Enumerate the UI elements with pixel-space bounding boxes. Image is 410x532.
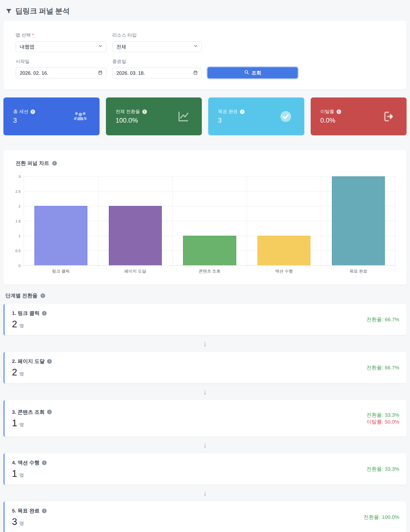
stat-text: 전체 전환율i100.0% (116, 108, 147, 124)
step-count-unit: 명 (19, 422, 24, 428)
step-count: 2 (12, 319, 17, 330)
chart-column (247, 176, 321, 265)
chevron-down-icon (193, 44, 198, 50)
y-axis-tick: 0.5 (15, 249, 20, 253)
y-axis-tick: 2.5 (15, 189, 20, 193)
end-date-input[interactable]: 2026. 03. 18. (112, 68, 202, 78)
step-rates: 전환율: 33.3%이탈률: 50.0% (367, 412, 399, 426)
end-date-field: 종료일 2026. 03. 18. (112, 58, 202, 78)
step-info: 5. 목표 완료i3명 (12, 507, 47, 527)
funnel-bar[interactable] (109, 206, 162, 265)
step-info: 3. 콘텐츠 조회i1명 (12, 409, 52, 428)
funnel-bar[interactable] (332, 176, 385, 265)
search-button[interactable]: 조회 (207, 67, 298, 78)
funnel-bar[interactable] (34, 206, 87, 265)
chart-line-icon (176, 110, 190, 123)
step-name: 4. 액션 수행 (12, 459, 40, 466)
x-axis-label: 페이지 도달 (98, 268, 173, 274)
conversion-rate: 전환율: 66.7% (367, 316, 399, 323)
stat-cards-row: 총 세션i3전체 전환율i100.0%목표 완료i3이탈률i0.0% (3, 97, 407, 135)
steps-section: 단계별 전환율 i 1. 링크 클릭i2명전환율: 66.7%↓2. 페이지 도… (3, 292, 407, 532)
step-rates: 전환율: 66.7% (367, 316, 399, 323)
step-card: 4. 액션 수행i1명전환율: 33.3% (3, 453, 407, 485)
chevron-down-icon (98, 44, 103, 50)
stat-text: 목표 완료i3 (218, 108, 245, 124)
step-count: 1 (12, 418, 17, 428)
funnel-bar[interactable] (257, 236, 310, 265)
search-icon (244, 70, 249, 76)
step-count-unit: 명 (19, 472, 24, 479)
chart-x-axis: 링크 클릭페이지 도달콘텐츠 조회액션 수행목표 완료 (24, 268, 396, 274)
step-name: 3. 콘텐츠 조회 (12, 409, 45, 415)
conversion-rate: 전환율: 66.7% (367, 364, 399, 371)
x-axis-label: 액션 수행 (247, 268, 321, 274)
filter-panel: 앱 선택* 내웹앱 리소스 타입 전체 (3, 21, 407, 90)
stat-value: 100.0% (116, 117, 147, 124)
start-date-input[interactable]: 2026. 02. 16. (16, 68, 106, 78)
funnel-icon (5, 8, 12, 15)
search-button-cell: 조회 (207, 58, 298, 78)
y-axis-tick: 3 (19, 174, 20, 179)
y-axis-tick: 0 (19, 264, 20, 268)
chart-column (321, 176, 396, 265)
conversion-rate: 전환율: 33.3% (367, 466, 399, 472)
start-date-field: 시작일 2026. 02. 16. (16, 58, 106, 78)
down-arrow-icon: ↓ (3, 440, 407, 450)
info-icon[interactable]: i (47, 359, 52, 364)
stat-card: 이탈률i0.0% (311, 97, 407, 135)
y-axis-tick: 1.5 (15, 219, 20, 223)
stat-card: 총 세션i3 (3, 97, 100, 135)
chart-title-row: 전환 퍼널 차트 i (3, 160, 407, 167)
app-select[interactable]: 내웹앱 (16, 41, 106, 52)
step-count-unit: 명 (19, 323, 24, 329)
chart-column (24, 176, 98, 265)
step-count: 3 (12, 517, 17, 527)
step-name: 2. 페이지 도달 (12, 358, 45, 365)
step-count: 2 (12, 367, 17, 378)
chart-plot-area (24, 176, 396, 266)
info-icon[interactable]: i (42, 509, 47, 513)
steps-title-row: 단계별 전환율 i (3, 292, 407, 299)
filter-spacer (207, 32, 298, 52)
info-icon[interactable]: i (142, 109, 147, 114)
step-info: 2. 페이지 도달i2명 (12, 358, 52, 378)
resource-type-select[interactable]: 전체 (112, 41, 202, 52)
step-count-unit: 명 (19, 371, 24, 377)
search-button-label: 조회 (252, 70, 261, 76)
users-icon (73, 110, 88, 123)
step-card: 3. 콘텐츠 조회i1명전환율: 33.3%이탈률: 50.0% (3, 400, 407, 437)
step-count: 1 (12, 468, 17, 479)
start-date-label: 시작일 (16, 58, 106, 65)
funnel-chart-card: 전환 퍼널 차트 i 00.511.522.53 링크 클릭페이지 도달콘텐츠 … (3, 150, 407, 285)
step-name: 5. 목표 완료 (12, 507, 40, 514)
app-select-label: 앱 선택* (16, 32, 106, 38)
deeplink-funnel-page: 딥링크 퍼널 분석 앱 선택* 내웹앱 리소스 타입 전체 (0, 0, 410, 532)
info-icon[interactable]: i (31, 109, 35, 114)
calendar-icon[interactable] (193, 70, 198, 76)
step-name: 1. 링크 클릭 (12, 310, 40, 317)
info-icon[interactable]: i (41, 293, 45, 298)
funnel-bar[interactable] (183, 236, 236, 265)
step-rates: 전환율: 33.3% (367, 466, 399, 472)
x-axis-label: 링크 클릭 (24, 268, 98, 274)
info-icon[interactable]: i (42, 460, 47, 465)
info-icon[interactable]: i (52, 161, 57, 166)
y-axis-tick: 2 (19, 204, 20, 208)
info-icon[interactable]: i (240, 109, 245, 114)
stat-value: 3 (13, 117, 35, 124)
chart-y-axis: 00.511.522.53 (3, 176, 24, 266)
info-icon[interactable]: i (337, 109, 341, 114)
x-axis-label: 목표 완료 (321, 268, 396, 274)
check-circle-icon (279, 110, 293, 123)
stat-value: 0.0% (320, 117, 341, 124)
info-icon[interactable]: i (42, 311, 47, 316)
info-icon[interactable]: i (47, 410, 52, 414)
stat-value: 3 (218, 117, 245, 124)
sign-out-icon (381, 110, 395, 123)
page-header: 딥링크 퍼널 분석 (3, 0, 407, 21)
calendar-icon[interactable] (98, 70, 103, 76)
page-title: 딥링크 퍼널 분석 (15, 6, 70, 16)
stat-label: 전체 전환율 (116, 108, 140, 115)
resource-type-label: 리소스 타입 (112, 32, 202, 38)
chart-title: 전환 퍼널 차트 (16, 160, 49, 167)
